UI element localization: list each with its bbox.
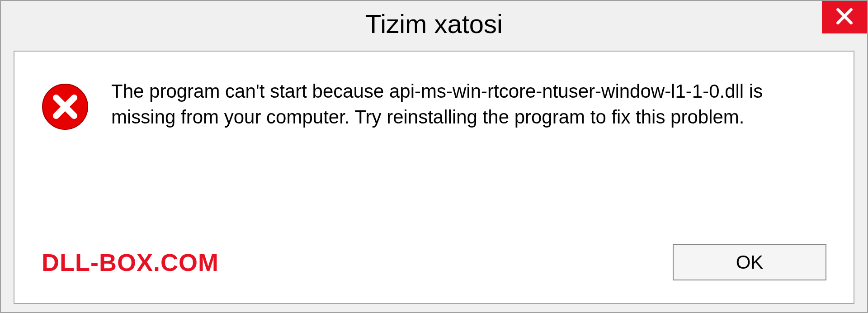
dialog-content: The program can't start because api-ms-w… xyxy=(14,51,854,304)
ok-button[interactable]: OK xyxy=(673,244,826,280)
error-icon xyxy=(42,83,89,132)
dialog-footer: DLL-BOX.COM OK xyxy=(42,226,826,280)
watermark-text: DLL-BOX.COM xyxy=(42,248,219,276)
titlebar: Tizim xatosi xyxy=(1,1,867,46)
close-button[interactable] xyxy=(822,1,867,33)
close-icon xyxy=(835,6,854,28)
error-message: The program can't start because api-ms-w… xyxy=(111,79,816,130)
window-title: Tizim xatosi xyxy=(365,9,503,39)
message-row: The program can't start because api-ms-w… xyxy=(42,79,826,132)
